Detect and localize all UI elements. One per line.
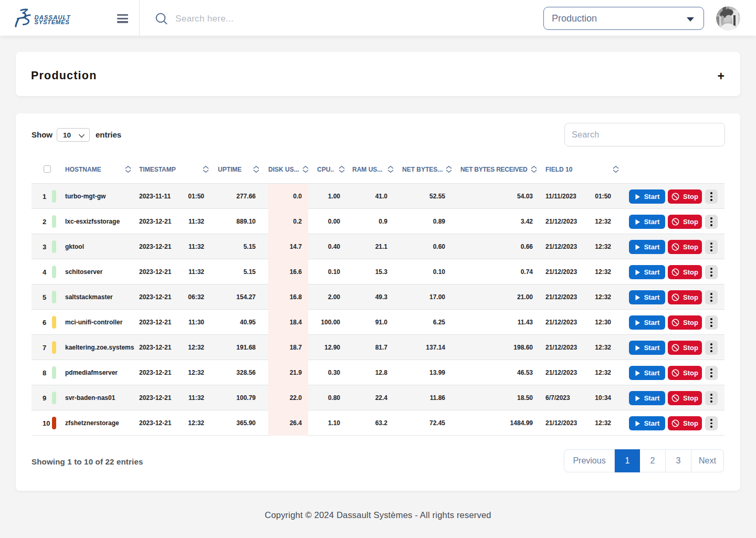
svg-text:SYSTEMES: SYSTEMES [35, 19, 70, 25]
